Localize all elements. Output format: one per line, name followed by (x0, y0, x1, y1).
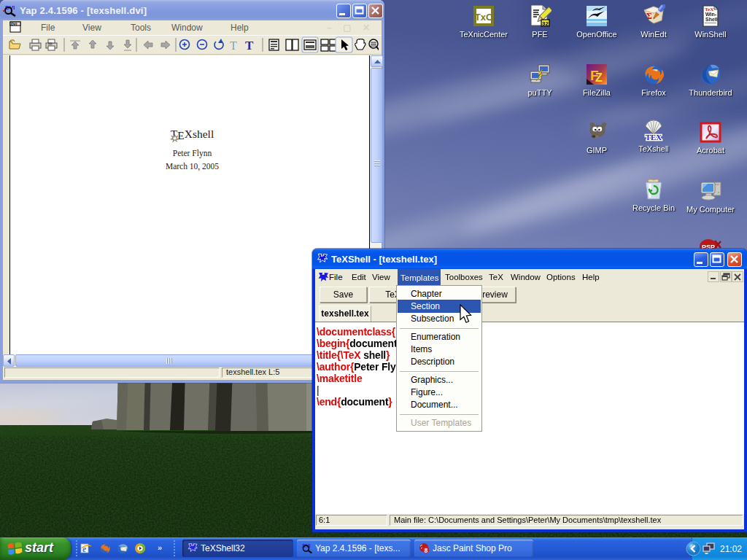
svg-text:TxC: TxC (475, 12, 493, 23)
svg-text:8: 8 (425, 547, 428, 554)
svg-text:88: 88 (48, 42, 53, 46)
svg-text:Σ: Σ (646, 11, 652, 21)
svg-text:Shell: Shell (705, 17, 718, 22)
svg-text:T: T (230, 39, 237, 52)
svg-text:T: T (245, 39, 254, 52)
svg-text:Z: Z (595, 71, 603, 84)
svg-text:32: 32 (542, 20, 549, 27)
svg-text:TEX: TEX (646, 133, 662, 141)
svg-text:Win-: Win- (705, 12, 717, 17)
svg-text:DVI: DVI (11, 22, 18, 26)
